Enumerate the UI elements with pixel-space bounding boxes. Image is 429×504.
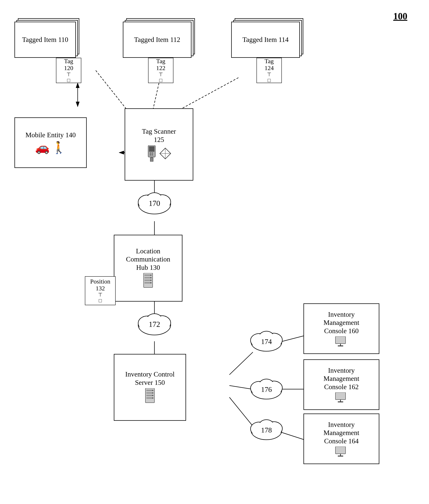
cloud-176-shape: 176 (249, 377, 284, 400)
position-132: Position132 ⊤□ (85, 276, 116, 305)
console-160-icon (335, 336, 348, 347)
svg-text:172: 172 (149, 320, 160, 328)
svg-point-64 (152, 398, 153, 398)
svg-rect-93 (340, 344, 341, 345)
svg-point-61 (152, 390, 153, 391)
svg-rect-97 (338, 401, 343, 402)
cloud-172-shape: 172 (136, 311, 172, 336)
svg-rect-96 (340, 400, 341, 401)
svg-rect-23 (150, 154, 151, 155)
svg-line-15 (229, 386, 252, 389)
tag-122: Tag122 ⊤□ (148, 58, 173, 83)
tagged-item-112: Tagged Item 112 (123, 22, 191, 58)
tagged-item-114: Tagged Item 114 (231, 22, 300, 58)
tag-120: Tag120 ⊤□ (56, 58, 81, 83)
svg-rect-99 (340, 454, 341, 456)
svg-rect-100 (338, 456, 343, 457)
monitor-164-icon (335, 447, 348, 457)
svg-rect-92 (335, 336, 346, 344)
svg-point-44 (150, 277, 151, 278)
svg-rect-24 (152, 154, 153, 155)
svg-point-62 (152, 392, 153, 393)
tag-scanner-125: Tag Scanner125 (125, 108, 193, 181)
console-162-icon (335, 392, 348, 403)
hub-icon-area (143, 273, 153, 289)
inventory-control-server-150: Inventory ControlServer 150 (114, 354, 186, 421)
cloud-174: 174 (249, 329, 284, 352)
location-hub-130: LocationCommunicationHub 130 (114, 235, 182, 301)
svg-rect-98 (335, 447, 346, 454)
mobile-entity-icons: 🚗 🚶 (35, 141, 66, 154)
car-icon: 🚗 (35, 141, 50, 154)
svg-text:174: 174 (261, 337, 272, 346)
cloud-178: 178 (249, 417, 284, 441)
ref-number: 100 (393, 11, 407, 21)
tagged-item-110: Tagged Item 110 (14, 22, 76, 58)
hub-server-icon (143, 273, 153, 289)
cloud-170: 170 (136, 190, 172, 215)
cloud-176: 176 (249, 377, 284, 400)
monitor-162-icon (335, 392, 348, 403)
cloud-178-shape: 178 (249, 417, 284, 441)
cloud-170-shape: 170 (136, 190, 172, 215)
svg-point-46 (150, 282, 151, 283)
svg-point-43 (150, 275, 151, 276)
svg-rect-95 (335, 392, 346, 400)
svg-rect-20 (149, 146, 154, 152)
inventory-management-console-162: InventoryManagementConsole 162 (304, 359, 379, 410)
svg-text:176: 176 (261, 385, 272, 393)
cloud-172: 172 (136, 311, 172, 336)
svg-line-13 (229, 352, 253, 375)
svg-point-45 (150, 280, 151, 281)
scanner-icons (146, 145, 172, 162)
cloud-174-shape: 174 (249, 329, 284, 352)
inventory-management-console-164: InventoryManagementConsole 164 (304, 414, 379, 464)
svg-text:170: 170 (149, 199, 160, 207)
person-icon: 🚶 (52, 141, 66, 154)
svg-text:178: 178 (261, 426, 272, 434)
svg-rect-21 (150, 153, 151, 153)
svg-rect-94 (338, 345, 343, 346)
monitor-160-icon (335, 336, 348, 347)
tag-124: Tag124 ⊤□ (257, 58, 282, 83)
svg-rect-25 (150, 158, 153, 162)
diagram: 100 (0, 0, 429, 504)
server-icon-svg (144, 388, 155, 405)
handheld-scanner-icon (146, 145, 157, 162)
inventory-management-console-160: InventoryManagementConsole 160 (304, 303, 379, 354)
svg-rect-22 (152, 153, 153, 153)
mobile-entity-140: Mobile Entity 140 🚗 🚶 (14, 117, 87, 168)
console-164-icon (335, 447, 348, 457)
svg-point-63 (152, 395, 153, 396)
rfid-diamond-icon (159, 147, 172, 160)
server-icon-area (144, 388, 155, 405)
